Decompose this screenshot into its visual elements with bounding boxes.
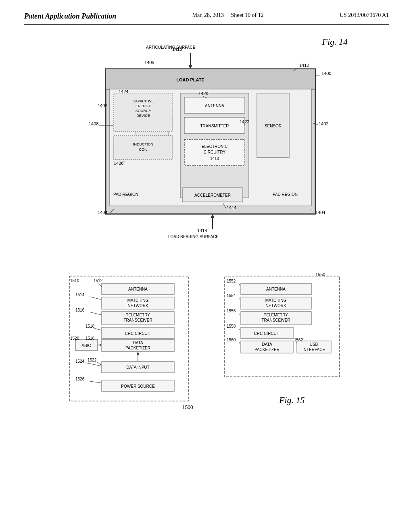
ref-1418-bot: 1418 bbox=[197, 228, 207, 233]
ref-1552: 1552 bbox=[227, 279, 236, 283]
l-crc-label: CRC CIRCUIT bbox=[125, 331, 151, 336]
elec-circuitry-label1: ELECTRONIC bbox=[202, 144, 227, 149]
r-telemetry-label2: TRANSCEIVER bbox=[261, 318, 290, 322]
svg-rect-1 bbox=[106, 69, 315, 89]
l-antenna-label: ANTENNA bbox=[128, 287, 148, 291]
sensor-right-label: SENSOR bbox=[265, 124, 282, 128]
fig15-container: ANTENNA MATCHING NETWORK TELEMETRY TRANS… bbox=[65, 268, 348, 413]
svg-marker-37 bbox=[137, 351, 139, 355]
load-plate-label: LOAD PLATE bbox=[176, 77, 204, 82]
ref-1414: 1414 bbox=[227, 205, 236, 210]
elec-circuitry-ref: 1410 bbox=[210, 156, 219, 161]
r-telemetry-label1: TELEMETRY bbox=[264, 313, 288, 317]
ref-1400: 1400 bbox=[321, 71, 331, 76]
ref-1500: 1500 bbox=[182, 405, 193, 410]
svg-line-56 bbox=[240, 298, 240, 299]
ref-1514: 1514 bbox=[75, 293, 85, 297]
l-telemetry-label2: TRANSCEIVER bbox=[123, 318, 152, 322]
svg-line-58 bbox=[239, 328, 240, 330]
ref-1518-crc: 1518 bbox=[86, 324, 95, 328]
transmitter-label: TRANSMITTER bbox=[200, 124, 229, 128]
l-datainput-label: DATA INPUT bbox=[126, 365, 149, 370]
fig14-title: Fig. 14 bbox=[322, 37, 348, 47]
ref-1558: 1558 bbox=[227, 324, 236, 328]
svg-line-46 bbox=[88, 381, 101, 383]
fig14-diagram: LOAD PLATE SENSOR ANTENNA TRANSMITTER EL… bbox=[65, 45, 340, 246]
cap-energy-label2: ENERGY bbox=[136, 104, 151, 108]
l-telemetry-label1: TELEMETRY bbox=[126, 313, 150, 317]
ref-1412: 1412 bbox=[299, 63, 309, 68]
fig14-container: Fig. 14 LOAD PLATE SENSOR ANTENNA bbox=[65, 41, 348, 248]
cap-energy-label1: CAPACITIVE bbox=[133, 99, 154, 103]
page-header: Patent Application Publication Mar. 28, … bbox=[24, 12, 389, 25]
elec-circuitry-label2: CIRCUITRY bbox=[204, 150, 226, 154]
svg-line-42 bbox=[94, 328, 101, 330]
r-datapack-label1: DATA bbox=[262, 342, 272, 347]
ref-1522: 1522 bbox=[88, 358, 97, 362]
ref-1516: 1516 bbox=[75, 308, 85, 312]
page: Patent Application Publication Mar. 28, … bbox=[0, 0, 413, 532]
antenna-label: ANTENNA bbox=[205, 104, 224, 108]
r-matching-label1: MATCHING bbox=[265, 298, 287, 303]
ref-1422: 1422 bbox=[240, 119, 249, 124]
l-matching-label2: NETWORK bbox=[127, 303, 148, 308]
header-center: Mar. 28, 2013 Sheet 10 of 12 bbox=[192, 12, 263, 19]
usb-label2: INTERFACE bbox=[302, 347, 325, 352]
svg-line-40 bbox=[90, 297, 101, 299]
ref-1556: 1556 bbox=[227, 309, 236, 313]
ref-1554: 1554 bbox=[227, 293, 236, 298]
ref-1520: 1520 bbox=[70, 336, 79, 341]
induction-label1: INDUCTION bbox=[133, 142, 153, 146]
ref-1562: 1562 bbox=[294, 338, 303, 342]
svg-line-44 bbox=[97, 362, 101, 365]
fig15-title: Fig. 15 bbox=[279, 395, 305, 405]
ref-1402-right: 1402 bbox=[319, 121, 328, 126]
svg-line-39 bbox=[97, 283, 102, 287]
ref-1402-left: 1402 bbox=[98, 103, 107, 108]
ref-1420: 1420 bbox=[198, 91, 208, 96]
ref-1550: 1550 bbox=[315, 272, 325, 277]
ref-1404-left: 1404 bbox=[98, 210, 107, 215]
induction-label2: COIL bbox=[139, 148, 147, 152]
ref-1404-right: 1404 bbox=[315, 210, 325, 215]
ref-1405: 1405 bbox=[144, 60, 154, 65]
figures-container: Fig. 14 LOAD PLATE SENSOR ANTENNA bbox=[24, 41, 389, 413]
ref-1526: 1526 bbox=[75, 377, 85, 381]
l-powersrc-label: POWER SOURCE bbox=[121, 384, 155, 389]
l-matching-label1: MATCHING bbox=[127, 298, 149, 303]
r-antenna-label: ANTENNA bbox=[266, 287, 286, 291]
accelerometer-label: ACCELEROMETER bbox=[194, 193, 231, 197]
ref-1512: 1512 bbox=[94, 278, 103, 283]
l-datapack-label1: DATA bbox=[133, 341, 143, 345]
load-bearing-surface-label: LOAD BEARING SURFACE bbox=[168, 235, 219, 239]
ref-1560: 1560 bbox=[227, 338, 236, 342]
pub-date: Mar. 28, 2013 bbox=[192, 12, 224, 18]
ref-1524: 1524 bbox=[75, 359, 85, 364]
svg-line-55 bbox=[239, 283, 240, 286]
ref-1426: 1426 bbox=[114, 161, 123, 166]
articulating-surface-label: ARTICULATING SURFACE bbox=[146, 45, 196, 50]
asic-label: ASIC bbox=[81, 343, 91, 348]
fig15-diagram: ANTENNA MATCHING NETWORK TELEMETRY TRANS… bbox=[65, 268, 348, 413]
svg-marker-34 bbox=[100, 344, 102, 346]
svg-line-59 bbox=[240, 342, 240, 344]
ref-1518b: 1518 bbox=[86, 336, 95, 341]
pad-region-left-label: PAD REGION bbox=[113, 192, 138, 197]
patent-number: US 2013/0079670 A1 bbox=[340, 12, 389, 19]
svg-line-57 bbox=[239, 313, 240, 315]
svg-line-41 bbox=[90, 312, 101, 315]
sheet-info: Sheet 10 of 12 bbox=[231, 12, 264, 18]
l-datapack-label2: PACKETIZER bbox=[125, 346, 150, 350]
cap-energy-label4: DEVICE bbox=[136, 114, 150, 118]
r-matching-label2: NETWORK bbox=[265, 303, 286, 308]
pad-region-right-label: PAD REGION bbox=[273, 192, 298, 197]
r-datapack-label2: PACKETIZER bbox=[254, 347, 280, 352]
ref-1510: 1510 bbox=[70, 278, 79, 283]
ref-1408: 1408 bbox=[89, 121, 98, 126]
cap-energy-label3: SOURCE bbox=[136, 109, 151, 113]
publication-title: Patent Application Publication bbox=[24, 12, 116, 21]
r-crc-label: CRC CIRCUIT bbox=[254, 331, 280, 336]
ref-1424: 1424 bbox=[119, 89, 128, 94]
usb-label1: USB bbox=[310, 342, 318, 347]
